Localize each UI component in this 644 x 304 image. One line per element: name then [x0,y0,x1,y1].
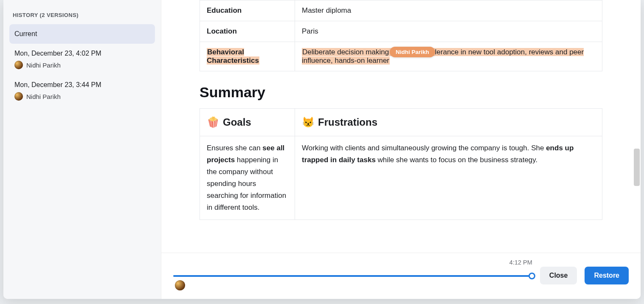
frustrations-header: 😾Frustrations [295,109,602,136]
avatar [14,92,23,101]
history-sidebar: HISTORY (2 VERSIONS) Current Mon, Decemb… [3,0,161,299]
row-value: Paris [295,21,602,42]
timeline[interactable]: 4:12 PM [173,259,532,292]
scrollbar-thumb[interactable] [634,149,640,186]
history-title: HISTORY (2 VERSIONS) [9,8,155,24]
close-button[interactable]: Close [540,267,577,284]
popcorn-icon: 🍿 [207,116,219,128]
version-meta: Nidhi Parikh [14,92,150,101]
version-label: Mon, December 23, 3:44 PM [14,81,150,89]
summary-row: Ensures she can see all projects happeni… [200,136,602,220]
goals-cell: Ensures she can see all projects happeni… [200,136,295,220]
row-label: Location [200,21,295,42]
avatar [175,280,185,290]
pouting-cat-icon: 😾 [302,116,315,128]
document-content: Education Master diploma Location Paris … [161,0,641,253]
timeline-handle[interactable] [529,273,535,279]
history-version-2[interactable]: Mon, December 23, 3:44 PM Nidhi Parikh [9,75,155,107]
history-version-current[interactable]: Current [9,24,155,44]
main-panel: Education Master diploma Location Paris … [161,0,641,299]
row-value: Deliberate decision makingolerance in ne… [295,42,602,71]
version-history-modal: HISTORY (2 VERSIONS) Current Mon, Decemb… [3,0,641,299]
footer-bar: 4:12 PM Close Restore [161,253,641,299]
timeline-time: 4:12 PM [509,259,532,266]
timeline-track[interactable] [173,275,532,277]
summary-table: 🍿Goals 😾Frustrations Ensures she can see… [200,108,602,220]
frustrations-cell: Working with clients and simultaneously … [295,136,602,220]
table-row: Location Paris [200,21,602,42]
version-author: Nidhi Parikh [26,93,61,100]
timeline-fill [173,275,532,277]
summary-heading: Summary [200,84,602,101]
restore-button[interactable]: Restore [585,267,629,284]
avatar [14,61,23,69]
history-version-1[interactable]: Mon, December 23, 4:02 PM Nidhi Parikh [9,44,155,75]
row-label: Education [200,0,295,21]
table-row: Education Master diploma [200,0,602,21]
row-label: Behavioral Characteristics [200,42,295,71]
goals-header: 🍿Goals [200,109,295,136]
version-label: Current [14,30,150,38]
version-author: Nidhi Parikh [26,62,61,69]
edit-author-badge[interactable]: Nidhi Parikh [390,47,435,57]
version-label: Mon, December 23, 4:02 PM [14,50,150,57]
info-table-wrap: Education Master diploma Location Paris … [200,0,602,71]
row-value: Master diploma [295,0,602,21]
persona-info-table: Education Master diploma Location Paris … [200,0,602,71]
version-meta: Nidhi Parikh [14,61,150,69]
